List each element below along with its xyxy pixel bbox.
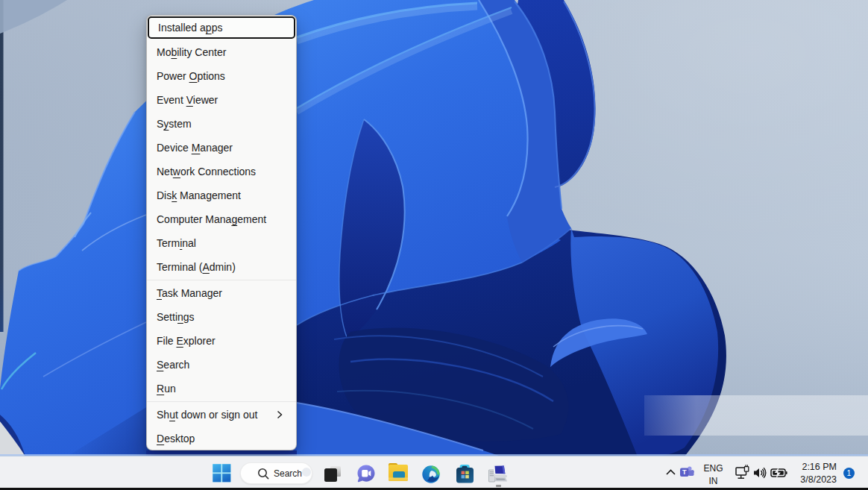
svg-text:T: T bbox=[682, 468, 687, 476]
